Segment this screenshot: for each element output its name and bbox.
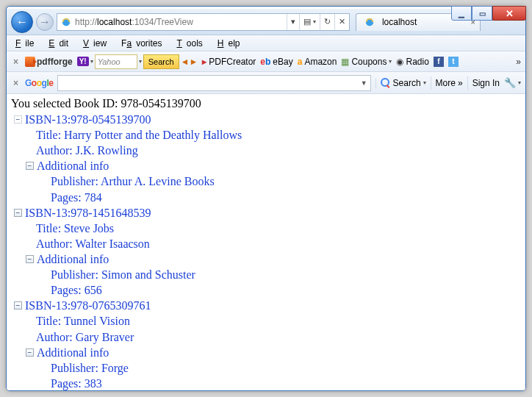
tree-node-pages[interactable]: Pages: 784 — [11, 190, 521, 205]
menu-edit[interactable]: Edit — [44, 37, 77, 50]
bing-icon[interactable]: ▤▾ — [299, 14, 320, 30]
menu-help[interactable]: Help — [213, 37, 249, 50]
tree-node-publisher[interactable]: Publisher: Simon and Schuster — [11, 267, 521, 282]
stop-button[interactable]: ✕ — [334, 14, 349, 30]
selected-book-label: You selected Book ID: 978-0545139700 — [11, 97, 521, 110]
google-signin-button[interactable]: Sign In — [472, 78, 500, 88]
menu-bar: File Edit View Favorites Tools Help — [7, 35, 525, 51]
tree-node-additional[interactable]: Additional info — [37, 158, 109, 174]
amazon-button[interactable]: aAmazon — [298, 57, 337, 67]
refresh-button[interactable]: ↻ — [320, 14, 334, 30]
toolbar-overflow-button[interactable]: » — [516, 57, 521, 67]
radio-button[interactable]: ◉Radio — [396, 57, 428, 67]
address-bar[interactable]: http://localhost:1034/TreeView ▾ ▤▾ ↻ ✕ — [57, 13, 350, 31]
tree-node-pages[interactable]: Pages: 656 — [11, 282, 521, 298]
google-toolbar: × Google ▼ Search▾ More» Sign In 🔧▾ — [7, 72, 525, 94]
pdfforge-logo[interactable]: pdfforge — [25, 57, 73, 67]
tree-expander[interactable]: − — [26, 348, 34, 357]
ie-icon — [364, 16, 375, 28]
url-text: http://localhost:1034/TreeView — [75, 17, 287, 27]
tree-node-title[interactable]: Title: Harry Potter and the Deathly Hall… — [11, 127, 521, 143]
tree-node-isbn[interactable]: ISBN-13:978-1451648539 — [25, 205, 151, 221]
close-button[interactable]: ✕ — [492, 6, 526, 21]
forward-button[interactable]: → — [36, 13, 54, 31]
pdfforge-icon — [25, 57, 35, 67]
menu-view[interactable]: View — [79, 37, 115, 50]
tree-node-isbn[interactable]: ISBN-13:978-0765309761 — [25, 298, 151, 313]
tree-expander[interactable]: − — [14, 301, 22, 310]
tree-node-additional[interactable]: Additional info — [37, 251, 109, 267]
tree-node-author[interactable]: Author: Gary Braver — [11, 329, 521, 345]
google-search-input[interactable]: ▼ — [57, 75, 370, 91]
browser-window: ← → http://localhost:1034/TreeView ▾ ▤▾ … — [6, 6, 526, 391]
menu-favorites[interactable]: Favorites — [117, 37, 170, 50]
google-logo[interactable]: Google — [25, 78, 53, 88]
tree-node-isbn[interactable]: ISBN-13:978-0545139700 — [25, 112, 151, 127]
maximize-button[interactable]: ▭ — [472, 6, 492, 21]
tree-expander[interactable]: − — [14, 209, 22, 217]
tree-node-title[interactable]: Title: Steve Jobs — [11, 221, 521, 236]
nav-bar: ← → http://localhost:1034/TreeView ▾ ▤▾ … — [7, 9, 525, 35]
yahoo-search-input[interactable]: Yahoo — [95, 54, 137, 69]
facebook-icon[interactable]: f — [434, 57, 444, 67]
google-wrench-button[interactable]: 🔧▾ — [504, 77, 521, 88]
google-more-button[interactable]: More» — [436, 78, 463, 88]
tree-node-publisher[interactable]: Publisher: Forge — [11, 360, 521, 376]
google-search-button[interactable]: Search▾ — [375, 78, 426, 88]
back-button[interactable]: ← — [11, 11, 33, 33]
tree-expander[interactable]: − — [26, 162, 34, 170]
tree-expander[interactable]: − — [26, 255, 34, 263]
menu-file[interactable]: File — [11, 37, 43, 50]
yahoo-search-button[interactable]: Search — [143, 54, 179, 69]
ebay-button[interactable]: ebeBay — [260, 57, 292, 67]
tree-node-publisher[interactable]: Publisher: Arthur A. Levine Books — [11, 174, 521, 189]
tree-node-pages[interactable]: Pages: 383 — [11, 376, 521, 390]
page-content: You selected Book ID: 978-0545139700 −IS… — [7, 94, 525, 390]
tree-expander[interactable]: − — [14, 115, 22, 124]
toolbar-close-button[interactable]: × — [11, 57, 21, 67]
ie-icon — [60, 16, 72, 28]
coupons-button[interactable]: ▦Coupons▾ — [341, 57, 392, 67]
tree-node-title[interactable]: Title: Tunnel Vision — [11, 313, 521, 329]
google-toolbar-close-button[interactable]: × — [11, 78, 21, 88]
url-dropdown[interactable]: ▾ — [287, 14, 299, 30]
search-icon — [381, 78, 391, 88]
tree-node-author[interactable]: Author: J.K. Rowling — [11, 143, 521, 158]
twitter-icon[interactable]: t — [448, 57, 459, 67]
tree-node-additional[interactable]: Additional info — [37, 345, 109, 360]
pdfforge-toolbar: × pdfforge Y!▾ Yahoo▾ Search ◄► ▸PDFCrea… — [7, 51, 525, 72]
minimize-button[interactable]: ▁ — [451, 6, 472, 21]
yahoo-icon: Y! — [77, 57, 89, 66]
tree-node-author[interactable]: Author: Walter Isaacson — [11, 236, 521, 251]
treeview: −ISBN-13:978-0545139700Title: Harry Pott… — [11, 112, 521, 390]
pdfcreator-button[interactable]: ▸PDFCreator — [202, 57, 256, 67]
menu-tools[interactable]: Tools — [172, 37, 211, 50]
